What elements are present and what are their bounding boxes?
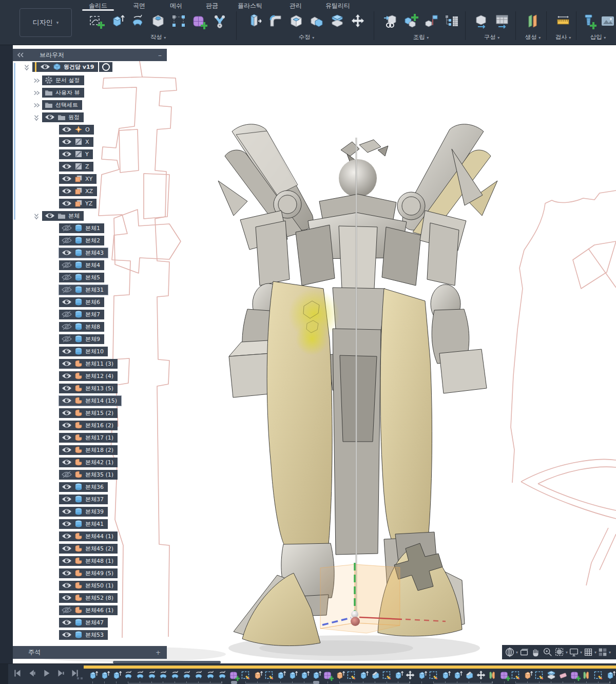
- tree-item-chip[interactable]: 본체: [42, 211, 84, 221]
- tree-item-chip[interactable]: 선택세트: [42, 100, 82, 110]
- visibility-eye-icon[interactable]: [62, 619, 72, 626]
- visibility-eye-icon[interactable]: [62, 224, 72, 232]
- visibility-eye-icon[interactable]: [62, 311, 72, 318]
- tab-3[interactable]: 메쉬: [165, 2, 187, 10]
- pipe-icon[interactable]: [210, 10, 229, 32]
- timeline-feature-extrude[interactable]: [358, 670, 369, 681]
- collapse-panel-icon[interactable]: [17, 52, 24, 58]
- visibility-eye-icon[interactable]: [62, 175, 72, 182]
- sketch-create-icon[interactable]: [87, 10, 106, 32]
- combine-icon[interactable]: [307, 10, 326, 32]
- group-label-dropdown[interactable]: 구성 ▾: [468, 33, 515, 41]
- orbit-icon[interactable]: ▾: [504, 647, 518, 658]
- measure-icon[interactable]: [553, 10, 573, 32]
- timeline-feature-revolve[interactable]: [217, 670, 228, 681]
- tree-item-chip[interactable]: 본체10: [59, 347, 108, 356]
- timeline-feature-form[interactable]: [569, 670, 581, 681]
- tree-item-chip[interactable]: 본체49 (5): [59, 568, 118, 578]
- visibility-eye-icon[interactable]: [62, 163, 72, 170]
- revolve-icon[interactable]: [128, 10, 147, 32]
- timeline-feature-extrude[interactable]: [99, 670, 110, 681]
- visibility-eye-icon[interactable]: [62, 200, 72, 207]
- tree-item-chip[interactable]: 본체48 (1): [59, 556, 118, 566]
- group-label-dropdown[interactable]: 작성 ▾: [81, 33, 235, 41]
- pan-icon[interactable]: [530, 647, 542, 658]
- visibility-eye-icon[interactable]: [62, 496, 72, 503]
- tree-item-chip[interactable]: 본체41: [59, 519, 108, 529]
- visibility-eye-icon[interactable]: [62, 422, 72, 429]
- visibility-eye-icon[interactable]: [62, 335, 72, 343]
- visibility-eye-icon[interactable]: [45, 212, 55, 219]
- activate-component-radio[interactable]: [99, 62, 112, 72]
- config-table-icon[interactable]: [492, 10, 512, 32]
- timeline-feature-form[interactable]: [228, 670, 240, 681]
- timeline-feature-extrude[interactable]: [452, 670, 463, 681]
- add-annotation-button[interactable]: +: [156, 649, 161, 656]
- timeline-feature-extrude[interactable]: [393, 670, 404, 681]
- timeline-marker-handle[interactable]: [313, 681, 319, 684]
- visibility-eye-icon[interactable]: [62, 360, 72, 367]
- visibility-eye-icon[interactable]: [62, 409, 72, 416]
- visibility-eye-icon[interactable]: [62, 459, 72, 466]
- tree-item-chip[interactable]: 본체50 (1): [59, 581, 118, 591]
- visibility-eye-icon[interactable]: [62, 471, 72, 478]
- timeline-feature-revolve[interactable]: [134, 670, 146, 681]
- fit-icon[interactable]: ▾: [554, 647, 568, 658]
- tree-item-chip[interactable]: 본체1: [59, 223, 104, 233]
- visibility-eye-icon[interactable]: [62, 397, 72, 404]
- visibility-eye-icon[interactable]: [62, 483, 72, 490]
- visibility-eye-icon[interactable]: [62, 274, 72, 281]
- browser-scrollbar[interactable]: [14, 63, 15, 220]
- visibility-eye-icon[interactable]: [62, 446, 72, 453]
- timeline-feature-move[interactable]: [475, 670, 487, 681]
- tab-2[interactable]: 곡면: [128, 2, 150, 10]
- press-pull-icon[interactable]: [245, 10, 265, 32]
- timeline-feature-mirror[interactable]: [581, 670, 592, 681]
- visibility-eye-icon[interactable]: [62, 508, 72, 515]
- tree-item-chip[interactable]: 본체47: [59, 618, 108, 628]
- tree-item-chip[interactable]: YZ: [59, 199, 97, 208]
- tree-expand-chevron[interactable]: [33, 113, 40, 121]
- skip-start-button[interactable]: [11, 667, 24, 679]
- timeline-feature-revolve[interactable]: [146, 670, 158, 681]
- canvas-image-icon[interactable]: [599, 10, 616, 32]
- visibility-eye-icon[interactable]: [62, 594, 72, 601]
- zoom-icon[interactable]: [542, 647, 553, 658]
- timeline-feature-revolve[interactable]: [158, 670, 169, 681]
- tree-item-chip[interactable]: 본체6: [59, 297, 104, 307]
- shell-icon[interactable]: [286, 10, 306, 32]
- tab-6[interactable]: 관리: [284, 2, 307, 10]
- timeline-feature-revolve[interactable]: [181, 670, 192, 681]
- tree-expand-chevron[interactable]: [33, 89, 40, 96]
- tree-expand-chevron[interactable]: [33, 212, 40, 219]
- derive-icon[interactable]: [472, 10, 491, 32]
- timeline-feature-revolve[interactable]: [169, 670, 181, 681]
- timeline-feature-sketch[interactable]: [428, 670, 439, 681]
- group-label-dropdown[interactable]: 생성 ▾: [518, 33, 547, 41]
- timeline-feature-sketch[interactable]: [240, 670, 252, 681]
- tree-item-chip[interactable]: Y: [59, 149, 93, 159]
- tree-item-chip[interactable]: XY: [59, 174, 97, 184]
- visibility-eye-icon[interactable]: [62, 606, 72, 614]
- tree-expand-chevron[interactable]: [23, 63, 30, 70]
- visibility-eye-icon[interactable]: [40, 63, 50, 70]
- timeline-feature-revolve[interactable]: [123, 670, 134, 681]
- visibility-eye-icon[interactable]: [62, 557, 72, 564]
- workspace-selector[interactable]: 디자인 ▾: [20, 8, 72, 37]
- tree-item-chip[interactable]: 본체39: [59, 507, 108, 517]
- tree-item-chip[interactable]: 본체15 (2): [59, 408, 118, 418]
- timeline-feature-sketch[interactable]: [510, 670, 522, 681]
- tree-item-chip[interactable]: O: [59, 125, 94, 135]
- timeline-marker-bar[interactable]: [84, 666, 616, 669]
- visibility-eye-icon[interactable]: [62, 298, 72, 306]
- group-label-dropdown[interactable]: 수정 ▾: [239, 33, 374, 41]
- tree-item-chip[interactable]: 본체11 (3): [59, 359, 118, 369]
- tree-item-chip[interactable]: 사용자 뷰: [42, 88, 84, 98]
- visibility-eye-icon[interactable]: [62, 545, 72, 552]
- timeline-feature-revolve[interactable]: [193, 670, 204, 681]
- tree-item-chip[interactable]: 본체4: [59, 260, 104, 270]
- timeline-feature-move[interactable]: [405, 670, 416, 681]
- tree-item-chip[interactable]: 본체37: [59, 495, 108, 504]
- timeline-marker-handle[interactable]: [231, 681, 237, 684]
- form-icon[interactable]: [189, 10, 209, 32]
